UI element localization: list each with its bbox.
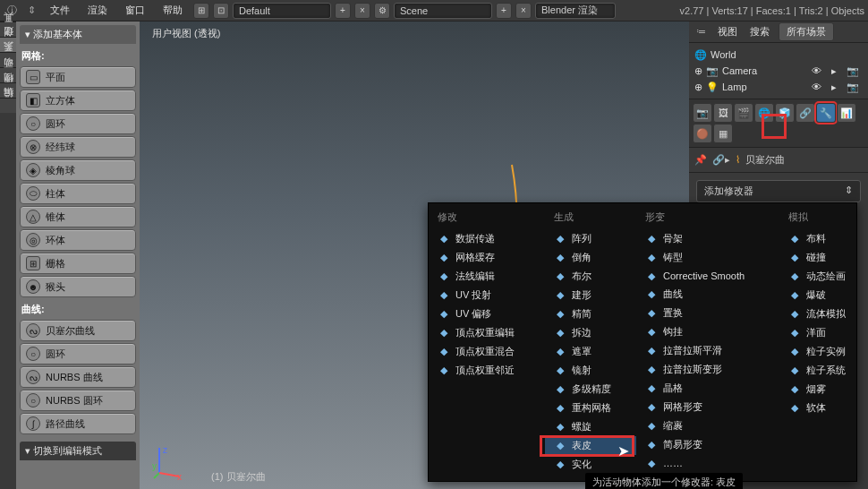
- add-monkey[interactable]: ☻猴头: [20, 276, 136, 297]
- collapse-icon[interactable]: ⇕: [23, 3, 39, 19]
- ctx-item-2-7[interactable]: ◆拉普拉斯变形: [636, 360, 779, 379]
- add-torus[interactable]: ◎环体: [20, 229, 136, 251]
- ctx-item-0-3[interactable]: ◆UV 投射: [429, 286, 545, 305]
- ctx-item-1-1[interactable]: ◆倒角: [545, 248, 636, 267]
- ctx-item-0-6[interactable]: ◆顶点权重混合: [429, 342, 545, 361]
- vtab-relations[interactable]: 关系: [0, 52, 16, 67]
- outliner-view[interactable]: 视图: [714, 22, 741, 41]
- ctx-item-2-6[interactable]: ◆拉普拉斯平滑: [636, 341, 779, 360]
- add-cylinder[interactable]: ⬭柱体: [20, 183, 136, 204]
- tab-object-icon[interactable]: 🧊: [775, 103, 795, 123]
- add-modifier-dropdown[interactable]: 添加修改器⇕: [696, 180, 861, 202]
- ctx-item-0-0[interactable]: ◆数据传递: [429, 229, 545, 248]
- ctx-item-1-4[interactable]: ◆精简: [545, 305, 636, 323]
- ctx-item-1-7[interactable]: ◆镜射: [545, 361, 636, 380]
- ctx-item-1-2[interactable]: ◆布尔: [545, 267, 636, 286]
- add-icosphere[interactable]: ◈棱角球: [20, 159, 136, 181]
- vtab-physics[interactable]: 物理: [0, 82, 16, 98]
- tab-material-icon[interactable]: 🟤: [693, 124, 712, 143]
- menu-help[interactable]: 帮助: [156, 1, 190, 20]
- ctx-item-3-0[interactable]: ◆布料: [779, 229, 858, 248]
- ctx-item-3-1[interactable]: ◆碰撞: [779, 248, 858, 267]
- ctx-item-3-7[interactable]: ◆粒子系统: [779, 361, 858, 380]
- outliner-world[interactable]: 🌐World: [691, 47, 866, 63]
- ctx-item-2-3[interactable]: ◆曲线: [636, 285, 779, 304]
- vtab-create[interactable]: 创建: [0, 37, 16, 52]
- add-grid[interactable]: ⊞栅格: [20, 253, 136, 274]
- add-curve-circle[interactable]: ○圆环: [20, 343, 136, 365]
- screen-layout-dropdown[interactable]: Default: [233, 3, 331, 19]
- outliner-search[interactable]: 搜索: [746, 22, 773, 41]
- add-scene-button[interactable]: +: [496, 3, 512, 19]
- add-nurbs-curve[interactable]: ᔓNURBS 曲线: [20, 366, 136, 388]
- tab-scene-icon[interactable]: 🎬: [734, 103, 753, 123]
- menu-file[interactable]: 文件: [43, 1, 77, 20]
- ctx-item-0-1[interactable]: ◆网格缓存: [429, 248, 545, 267]
- remove-scene-button[interactable]: ×: [515, 3, 532, 19]
- tab-world-icon[interactable]: 🌐: [754, 103, 774, 123]
- tab-layers-icon[interactable]: 🖼: [713, 103, 733, 123]
- tab-constraints-icon[interactable]: 🔗: [796, 103, 815, 123]
- add-cube[interactable]: ◧立方体: [20, 90, 136, 111]
- add-path[interactable]: ∫路径曲线: [20, 413, 136, 434]
- ctx-item-3-2[interactable]: ◆动态绘画: [779, 267, 858, 286]
- add-cone[interactable]: △锥体: [20, 206, 136, 227]
- add-bezier[interactable]: ᔓ贝塞尔曲线: [20, 320, 136, 341]
- ctx-item-2-9[interactable]: ◆网格形变: [636, 398, 779, 416]
- vtab-anim[interactable]: 动画: [0, 67, 16, 82]
- tab-render-icon[interactable]: 📷: [693, 103, 712, 123]
- scene-dropdown[interactable]: Scene: [394, 3, 492, 19]
- tab-texture-icon[interactable]: ▦: [713, 124, 733, 143]
- ctx-item-3-4[interactable]: ◆流体模拟: [779, 305, 858, 323]
- outliner-tree[interactable]: 🌐World ⊕📷Camera👁 ▸ 📷 ⊕💡Lamp👁 ▸ 📷: [689, 43, 868, 99]
- ctx-item-0-5[interactable]: ◆顶点权重编辑: [429, 323, 545, 342]
- ctx-item-2-8[interactable]: ◆晶格: [636, 379, 779, 398]
- vtab-tools[interactable]: 工具: [0, 21, 16, 37]
- menu-window[interactable]: 窗口: [118, 1, 152, 20]
- panel-editmode[interactable]: ▾ 切换到编辑模式: [20, 442, 136, 460]
- ctx-item-1-5[interactable]: ◆拆边: [545, 323, 636, 342]
- outliner-camera[interactable]: ⊕📷Camera👁 ▸ 📷: [691, 63, 866, 79]
- ctx-item-3-9[interactable]: ◆软体: [779, 399, 858, 417]
- ctx-item-2-10[interactable]: ◆缩裹: [636, 416, 779, 435]
- info-icon[interactable]: ⓘ: [4, 3, 20, 19]
- outliner-icon[interactable]: ≔: [693, 24, 709, 40]
- add-circle[interactable]: ○圆环: [20, 113, 136, 134]
- ctx-item-3-8[interactable]: ◆烟雾: [779, 380, 858, 399]
- ctx-item-2-5[interactable]: ◆钩挂: [636, 322, 779, 341]
- scene-icon[interactable]: ⚙: [374, 3, 390, 19]
- ctx-item-2-4[interactable]: ◆置换: [636, 304, 779, 322]
- ctx-item-2-1[interactable]: ◆铸型: [636, 248, 779, 267]
- ctx-item-2-0[interactable]: ◆骨架: [636, 229, 779, 248]
- ctx-item-3-3[interactable]: ◆爆破: [779, 286, 858, 305]
- layout-icon-2[interactable]: ⊡: [213, 3, 229, 19]
- pin-icon[interactable]: 📌: [694, 154, 707, 166]
- menu-render[interactable]: 渲染: [81, 1, 115, 20]
- outliner-lamp[interactable]: ⊕💡Lamp👁 ▸ 📷: [691, 79, 866, 95]
- remove-layout-button[interactable]: ×: [354, 3, 370, 19]
- outliner-filter-button[interactable]: 所有场景: [779, 22, 834, 41]
- add-layout-button[interactable]: +: [335, 3, 351, 19]
- ctx-item-1-9[interactable]: ◆重构网格: [545, 399, 636, 417]
- add-plane[interactable]: ▭平面: [20, 66, 136, 88]
- ctx-item-3-6[interactable]: ◆粒子实例: [779, 342, 858, 361]
- layout-icon[interactable]: ⊞: [193, 3, 209, 19]
- tab-data-icon[interactable]: 📊: [837, 103, 856, 123]
- add-uvsphere[interactable]: ⊗经纬球: [20, 136, 136, 158]
- ctx-item-1-8[interactable]: ◆多级精度: [545, 380, 636, 399]
- ctx-item-1-0[interactable]: ◆阵列: [545, 229, 636, 248]
- vtab-greasepencil[interactable]: 编辑: [0, 98, 16, 113]
- ctx-item-1-6[interactable]: ◆遮罩: [545, 342, 636, 361]
- render-engine-dropdown[interactable]: Blender 渲染: [535, 3, 616, 19]
- panel-add-primitive[interactable]: ▾ 添加基本体: [20, 25, 136, 44]
- link-icon[interactable]: 🔗▸: [712, 154, 730, 166]
- ctx-item-1-3[interactable]: ◆建形: [545, 286, 636, 305]
- ctx-item-0-4[interactable]: ◆UV 偏移: [429, 305, 545, 323]
- ctx-item-2-12[interactable]: ◆……: [636, 454, 779, 472]
- ctx-item-3-5[interactable]: ◆洋面: [779, 323, 858, 342]
- ctx-item-2-2[interactable]: ◆Corrective Smooth: [636, 267, 779, 285]
- ctx-item-0-2[interactable]: ◆法线编辑: [429, 267, 545, 286]
- ctx-item-0-7[interactable]: ◆顶点权重邻近: [429, 361, 545, 380]
- tab-modifiers-icon[interactable]: 🔧: [816, 103, 836, 123]
- ctx-item-1-10[interactable]: ◆螺旋: [545, 417, 636, 436]
